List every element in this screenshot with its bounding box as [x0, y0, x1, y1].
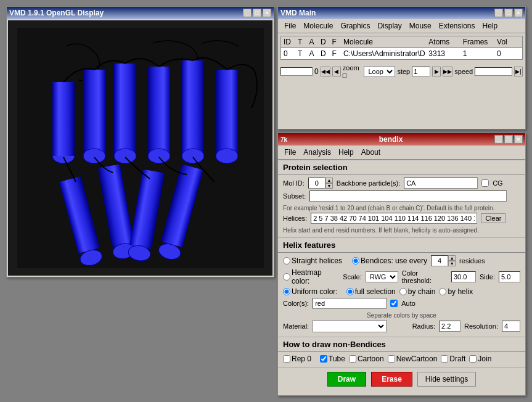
straight-helices-option[interactable]: Straight helices	[283, 256, 342, 265]
bendix-menu-analysis[interactable]: Analysis	[300, 147, 335, 158]
bendices-spinbox[interactable]: ▲ ▼	[431, 255, 456, 266]
hide-settings-button[interactable]: Hide settings	[417, 372, 476, 387]
erase-button[interactable]: Erase	[371, 372, 412, 387]
speed-slider[interactable]	[475, 67, 512, 76]
by-helix-option[interactable]: by helix	[439, 287, 473, 296]
uniform-option[interactable]: Uniform color:	[283, 287, 338, 296]
rep0-option[interactable]: Rep 0	[283, 355, 311, 363]
resolution-input[interactable]	[502, 321, 520, 332]
menu-mouse[interactable]: Mouse	[406, 20, 435, 31]
tube-checkbox[interactable]	[320, 355, 327, 363]
row-atoms: 3313	[428, 49, 462, 58]
mol-id-up[interactable]: ▲	[325, 178, 333, 183]
cartoon-option[interactable]: Cartoon	[349, 355, 384, 363]
radius-input[interactable]	[439, 321, 460, 332]
by-helix-radio[interactable]	[439, 288, 446, 295]
scale-dropdown[interactable]: RWG	[366, 271, 398, 282]
draft-checkbox[interactable]	[441, 355, 448, 363]
material-label: Material:	[283, 322, 309, 330]
full-selection-radio[interactable]	[346, 288, 354, 295]
vmd-main-minimize[interactable]: _	[494, 9, 503, 17]
menu-display[interactable]: Display	[374, 20, 405, 31]
speed-label: speed	[454, 68, 473, 75]
bendices-option[interactable]: Bendices: use every	[352, 256, 427, 265]
prev-btn[interactable]: ◀	[332, 67, 341, 76]
bendices-up[interactable]: ▲	[448, 255, 456, 261]
end-btn[interactable]: ▶|	[514, 67, 523, 76]
join-checkbox[interactable]	[469, 355, 477, 363]
menu-extensions[interactable]: Extensions	[435, 20, 479, 31]
straight-helices-radio[interactable]	[283, 257, 290, 265]
menu-file[interactable]: File	[280, 20, 300, 31]
rep0-checkbox[interactable]	[283, 355, 290, 363]
svg-point-13	[148, 149, 170, 163]
color-threshold-label: Color threshold:	[402, 269, 448, 284]
opengl-minimize-btn[interactable]: _	[243, 9, 252, 17]
mol-id-row: Mol ID: ▲ ▼ Backbone particle(s): CG	[283, 178, 520, 189]
join-option[interactable]: Join	[469, 355, 491, 363]
bendix-menu-about[interactable]: About	[358, 147, 384, 158]
tube-option[interactable]: Tube	[320, 355, 345, 363]
loop-dropdown[interactable]: Loop	[364, 66, 395, 77]
helices-input[interactable]	[311, 213, 477, 224]
auto-checkbox[interactable]	[390, 300, 398, 307]
next-next-btn[interactable]: ▶▶	[443, 67, 452, 76]
prev-prev-btn[interactable]: ◀◀	[321, 67, 330, 76]
colors-row: Color(s): Auto	[283, 298, 520, 309]
bendix-close[interactable]: ×	[514, 135, 523, 144]
protein-visualization	[17, 28, 264, 268]
heatmap-option[interactable]: Heatmap color:	[283, 268, 339, 285]
bendices-down[interactable]: ▼	[448, 261, 456, 266]
by-chain-option[interactable]: by chain	[399, 287, 436, 296]
full-selection-option[interactable]: full selection	[346, 287, 396, 296]
bendices-input[interactable]	[431, 255, 448, 266]
side-input[interactable]	[499, 271, 520, 282]
bendix-menu-help[interactable]: Help	[335, 147, 358, 158]
action-buttons: Draw Erase Hide settings	[278, 367, 525, 390]
cg-label: CG	[493, 179, 503, 187]
heatmap-radio[interactable]	[283, 273, 290, 281]
vmd-main-close[interactable]: ×	[514, 9, 523, 17]
color-threshold-input[interactable]	[451, 271, 476, 282]
svg-rect-4	[52, 82, 75, 156]
draft-option[interactable]: Draft	[441, 355, 465, 363]
mol-id-spin-buttons: ▲ ▼	[325, 178, 333, 189]
vmd-main-maximize[interactable]: □	[504, 9, 513, 17]
uniform-radio[interactable]	[283, 288, 290, 295]
uniform-row: Uniform color: full selection by chain b…	[283, 287, 520, 296]
mol-id-down[interactable]: ▼	[325, 183, 333, 189]
opengl-window: VMD 1.9.1 OpenGL Display _ □ ×	[6, 6, 274, 277]
mol-id-input[interactable]	[308, 178, 325, 189]
opengl-maximize-btn[interactable]: □	[253, 9, 261, 17]
new-cartoon-option[interactable]: NewCartoon	[388, 355, 438, 363]
frame-value: 0	[314, 67, 319, 76]
col-d-header: D	[321, 38, 332, 46]
menu-help[interactable]: Help	[479, 20, 502, 31]
resolution-label: Resolution:	[464, 322, 498, 330]
draw-button[interactable]: Draw	[327, 372, 366, 387]
draft-label: Draft	[449, 355, 465, 363]
bendix-maximize[interactable]: □	[504, 135, 513, 144]
menu-graphics[interactable]: Graphics	[337, 20, 374, 31]
step-input[interactable]	[412, 67, 430, 76]
cartoon-checkbox[interactable]	[349, 355, 356, 363]
mol-id-spinbox[interactable]: ▲ ▼	[308, 178, 333, 189]
new-cartoon-checkbox[interactable]	[388, 355, 395, 363]
next-btn[interactable]: ▶	[432, 67, 441, 76]
table-row[interactable]: 0 T A D F C:\Users\Administrator\D 3313 …	[281, 48, 522, 59]
subset-input[interactable]	[309, 191, 507, 202]
clear-button[interactable]: Clear	[481, 213, 505, 223]
cg-checkbox[interactable]	[481, 179, 489, 187]
backbone-input[interactable]	[404, 178, 478, 189]
colors-input[interactable]	[313, 298, 387, 309]
menu-molecule[interactable]: Molecule	[300, 20, 337, 31]
bendix-menu-file[interactable]: File	[280, 147, 300, 158]
non-bendices-content: Rep 0 Tube Cartoon NewCartoon Draft Join	[278, 352, 525, 367]
opengl-close-btn[interactable]: ×	[263, 9, 271, 17]
frame-slider[interactable]	[280, 67, 313, 76]
bendices-radio[interactable]	[352, 257, 359, 265]
svg-rect-18	[216, 70, 238, 156]
bendix-minimize[interactable]: _	[494, 135, 503, 144]
material-dropdown[interactable]	[313, 320, 387, 332]
by-chain-radio[interactable]	[399, 288, 407, 295]
